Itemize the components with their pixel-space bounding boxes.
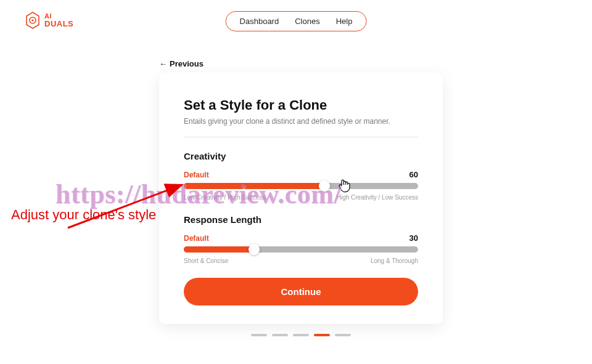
nav-clones[interactable]: Clones xyxy=(295,17,319,26)
back-arrow-icon: ← xyxy=(159,59,167,68)
response-caption-right: Long & Thorough xyxy=(371,257,418,264)
brand-line2: DUALS xyxy=(44,20,73,28)
creativity-label: Default xyxy=(184,171,209,179)
back-previous-link[interactable]: ←Previous xyxy=(159,59,204,68)
nav-help[interactable]: Help xyxy=(336,17,353,26)
response-section-title: Response Length xyxy=(184,214,418,225)
response-caption-left: Short & Concise xyxy=(184,257,228,264)
stepper-segment xyxy=(293,334,309,336)
progress-stepper xyxy=(159,334,443,336)
response-slider-fill xyxy=(184,246,254,253)
creativity-caption-left: Low Creativity / High Success xyxy=(184,194,265,201)
annotation-text: Adjust your clone's style xyxy=(11,206,156,224)
stepper-segment xyxy=(251,334,267,336)
response-value: 30 xyxy=(409,233,418,243)
logo-icon xyxy=(25,11,41,30)
response-slider-thumb[interactable] xyxy=(249,244,260,255)
style-settings-card: Set a Style for a Clone Entails giving y… xyxy=(159,73,443,324)
brand-logo: AI DUALS xyxy=(25,11,73,30)
creativity-slider[interactable] xyxy=(184,183,418,189)
back-label: Previous xyxy=(170,59,204,68)
response-label: Default xyxy=(184,234,209,243)
stepper-segment xyxy=(272,334,288,336)
svg-point-1 xyxy=(31,19,33,21)
divider xyxy=(184,137,418,137)
continue-button[interactable]: Continue xyxy=(184,278,418,305)
creativity-value: 60 xyxy=(409,170,418,179)
creativity-section-title: Creativity xyxy=(184,151,418,161)
creativity-caption-right: High Creativity / Low Success xyxy=(337,194,418,201)
response-slider[interactable] xyxy=(184,246,418,253)
card-title: Set a Style for a Clone xyxy=(184,97,418,113)
stepper-segment xyxy=(314,334,330,336)
stepper-segment xyxy=(335,334,351,336)
nav-dashboard[interactable]: Dashboard xyxy=(240,17,279,26)
main-nav: Dashboard Clones Help xyxy=(226,11,367,31)
creativity-slider-fill xyxy=(184,183,324,189)
card-subtitle: Entails giving your clone a distinct and… xyxy=(184,117,418,126)
creativity-slider-thumb[interactable] xyxy=(319,180,330,192)
